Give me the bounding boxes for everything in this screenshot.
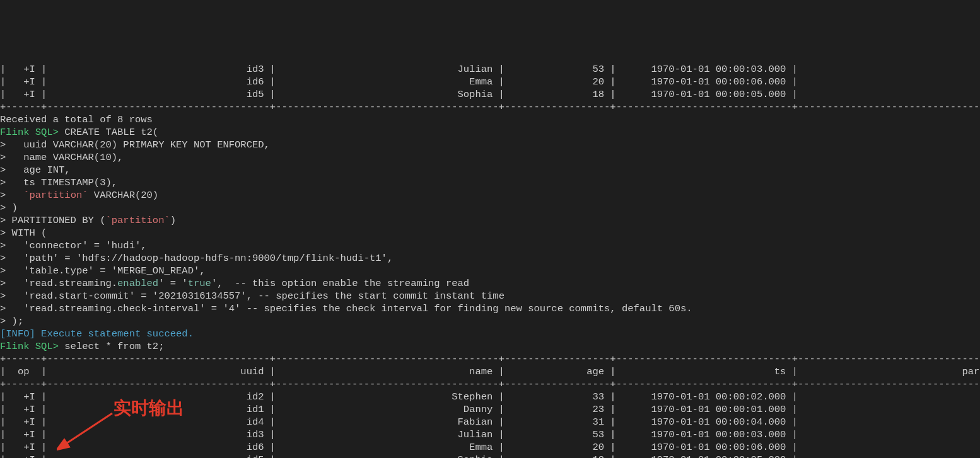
table-row: | +I | id6 | Emma | 20 | 1970-01-01 00:0… <box>0 441 980 454</box>
table-row: | +I | id5 | Sophia | 18 | 1970-01-01 00… <box>0 88 980 101</box>
sql-continuation-line[interactable]: > 'table.type' = 'MERGE_ON_READ', <box>0 265 980 277</box>
sql-continuation-line[interactable]: > 'path' = 'hdfs://hadoop-hadoop-hdfs-nn… <box>0 252 980 265</box>
table-separator: +------+--------------------------------… <box>0 378 980 391</box>
table-row: | +I | id5 | Sophia | 18 | 1970-01-01 00… <box>0 454 980 458</box>
table-row: | +I | id2 | Stephen | 33 | 1970-01-01 0… <box>0 391 980 403</box>
table-header: | op | uuid | name | age | ts | partitio… <box>0 365 980 378</box>
sql-input-line[interactable]: Flink SQL> select * from t2; <box>0 340 980 353</box>
sql-continuation-line[interactable]: > PARTITIONED BY (`partition`) <box>0 214 980 227</box>
sql-continuation-line[interactable]: > uuid VARCHAR(20) PRIMARY KEY NOT ENFOR… <box>0 139 980 151</box>
table-row: | +I | id1 | Danny | 23 | 1970-01-01 00:… <box>0 403 980 416</box>
table-separator: +------+--------------------------------… <box>0 101 980 113</box>
sql-continuation-line[interactable]: > name VARCHAR(10), <box>0 151 980 164</box>
table-row: | +I | id4 | Fabian | 31 | 1970-01-01 00… <box>0 416 980 428</box>
sql-continuation-line[interactable]: > 'read.start-commit' = '20210316134557'… <box>0 290 980 302</box>
sql-continuation-line[interactable]: > `partition` VARCHAR(20) <box>0 189 980 202</box>
sql-continuation-line[interactable]: > age INT, <box>0 164 980 176</box>
status-message: Received a total of 8 rows <box>0 113 980 126</box>
table-separator: +------+--------------------------------… <box>0 353 980 365</box>
table-row: | +I | id3 | Julian | 53 | 1970-01-01 00… <box>0 63 980 76</box>
sql-continuation-line[interactable]: > ts TIMESTAMP(3), <box>0 176 980 189</box>
sql-continuation-line[interactable]: > 'connector' = 'hudi', <box>0 239 980 252</box>
terminal-output[interactable]: | +I | id3 | Julian | 53 | 1970-01-01 00… <box>0 63 980 458</box>
table-row: | +I | id3 | Julian | 53 | 1970-01-01 00… <box>0 428 980 441</box>
sql-continuation-line[interactable]: > 'read.streaming.enabled' = 'true', -- … <box>0 277 980 290</box>
sql-continuation-line[interactable]: > 'read.streaming.check-interval' = '4' … <box>0 302 980 315</box>
sql-continuation-line[interactable]: > ) <box>0 202 980 214</box>
table-row: | +I | id6 | Emma | 20 | 1970-01-01 00:0… <box>0 76 980 88</box>
info-message: [INFO] Execute statement succeed. <box>0 328 980 340</box>
sql-continuation-line[interactable]: > ); <box>0 315 980 328</box>
sql-continuation-line[interactable]: > WITH ( <box>0 227 980 239</box>
sql-input-line[interactable]: Flink SQL> CREATE TABLE t2( <box>0 126 980 139</box>
